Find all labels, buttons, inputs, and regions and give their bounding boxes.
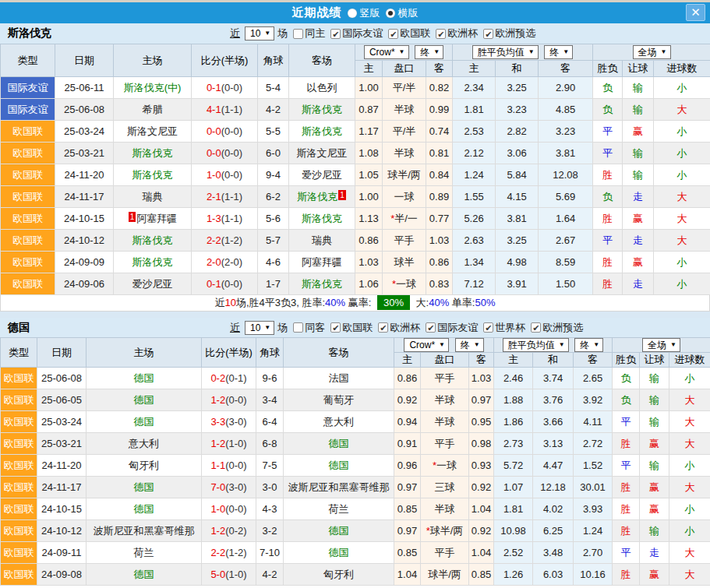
wdl-final-dropdown[interactable]: 终▼	[574, 338, 603, 352]
home-team: 希腊	[114, 99, 192, 121]
same-venue-label: 同主	[305, 26, 325, 40]
same-venue-checkbox[interactable]	[293, 29, 303, 39]
home-team: 斯洛伐克(中)	[114, 77, 192, 99]
result-value: 大	[677, 104, 687, 115]
summary-segment: 40%	[429, 297, 449, 308]
result-handicap: 输	[640, 389, 669, 411]
halftime-score: (0-0)	[221, 147, 242, 159]
competition-checkbox[interactable]	[330, 29, 341, 39]
competition-checkbox[interactable]	[330, 322, 341, 333]
match-type-cell: 欧国联	[1, 477, 37, 498]
fullmatch-header-cell: 全场▼	[613, 338, 710, 353]
away-team: 阿塞拜疆	[289, 252, 355, 273]
corner-count: 5-6	[258, 208, 289, 230]
halftime-score: (1-1)	[221, 104, 242, 115]
handicap-value: 半球	[394, 104, 415, 115]
matches-table-slovakia: 类型 日期 主场 比分(半场) 角球 客场 Crow*▼ 终▼ 胜平负均值▼ 终…	[0, 44, 710, 295]
handicap-value: 球半/两	[428, 569, 461, 580]
avg-loss: 2.70	[574, 542, 613, 564]
home-team: 德国	[87, 477, 202, 498]
result-wdl: 胜	[613, 520, 640, 542]
fulltime-score: 1-2	[210, 438, 225, 449]
avg-loss: 3.23	[539, 121, 593, 143]
odds-home: 0.85	[394, 498, 421, 520]
handicap-value: 球半/两	[430, 525, 464, 537]
summary-segment: 30%	[377, 295, 410, 310]
handicap-value: 半球	[394, 147, 415, 159]
odds-home: 0.92	[394, 389, 421, 411]
chevron-down-icon: ▼	[399, 47, 405, 58]
wdl-source-dropdown[interactable]: 胜平负均值▼	[503, 338, 569, 352]
competition-checkbox[interactable]	[483, 322, 493, 333]
result-goals: 小	[654, 273, 710, 295]
match-type-cell: 欧国联	[1, 164, 55, 186]
competition-checkbox[interactable]	[388, 29, 398, 39]
col-odds-home: 主	[394, 353, 421, 368]
match-row: 欧国联25-03-24德国3-3(3-0)6-4意大利0.94半球0.951.8…	[1, 411, 710, 433]
match-date: 24-11-17	[37, 477, 87, 498]
odds-handicap: *一球	[383, 273, 426, 295]
corner-count: 7-5	[256, 455, 284, 477]
rank-badge: 1	[129, 212, 136, 222]
competition-checkbox[interactable]	[531, 322, 541, 333]
avg-loss: 12.08	[539, 164, 593, 186]
competition-checkbox[interactable]	[426, 322, 436, 333]
competition-checkbox[interactable]	[436, 29, 446, 39]
odds-source-dropdown[interactable]: Crow*▼	[364, 45, 409, 59]
odds-source-dropdown[interactable]: Crow*▼	[404, 338, 449, 352]
result-value: 走	[633, 278, 643, 290]
fulltime-score: 2-0	[207, 256, 221, 268]
odds-final-dropdown[interactable]: 终▼	[455, 338, 484, 352]
avg-loss: 5.69	[539, 186, 593, 208]
page-title: 近期战绩	[292, 5, 342, 20]
col-score: 比分(半场)	[202, 338, 256, 368]
avg-loss: 4.11	[574, 411, 613, 433]
odds-final-dropdown[interactable]: 终▼	[415, 45, 443, 59]
corner-count: 6-2	[258, 186, 289, 208]
team-name: 德国	[134, 416, 154, 428]
col-odds-away: 客	[426, 61, 453, 77]
odds-home: 0.85	[394, 542, 421, 564]
home-team: 斯洛伐克	[114, 143, 192, 164]
match-count-dropdown[interactable]: 10▼	[245, 26, 274, 40]
odds-handicap: 平手	[421, 433, 469, 455]
match-date: 25-06-08	[37, 368, 87, 389]
section-header-germany: 德国 近10▼场同客欧国联欧洲杯国际友谊世界杯欧洲预选	[0, 318, 710, 337]
avg-draw: 3.23	[496, 99, 539, 121]
same-venue-checkbox[interactable]	[293, 322, 303, 333]
fullmatch-dropdown[interactable]: 全场▼	[642, 338, 680, 352]
competition-label: 欧洲预选	[495, 26, 535, 40]
team-name: 德国	[134, 569, 154, 580]
handicap-value: 半球	[435, 416, 455, 428]
result-value: 赢	[649, 569, 659, 580]
team-name: 斯洛伐克	[132, 169, 173, 181]
match-row: 欧国联24-09-09斯洛伐克2-0(2-0)4-6阿塞拜疆1.03球半0.86…	[1, 252, 710, 273]
result-handicap: 输	[623, 77, 654, 99]
result-wdl: 胜	[593, 273, 623, 295]
result-handicap: 赢	[640, 564, 669, 586]
layout-radio-horizontal[interactable]: 横版	[386, 6, 419, 20]
home-team: 荷兰	[87, 542, 202, 564]
fullmatch-dropdown[interactable]: 全场▼	[633, 45, 671, 59]
recent-link[interactable]: 近	[230, 26, 240, 40]
match-score: 0-0(0-0)	[192, 121, 258, 143]
competition-checkbox[interactable]	[483, 29, 493, 39]
result-wdl: 负	[593, 186, 623, 208]
wdl-source-dropdown[interactable]: 胜平负均值▼	[472, 45, 539, 59]
close-button[interactable]: ✕	[686, 4, 705, 21]
col-result-handicap: 让球	[623, 61, 654, 77]
col-odds-handicap: 盘口	[383, 61, 426, 77]
team-name: 荷兰	[329, 503, 349, 515]
competition-checkbox[interactable]	[378, 322, 388, 333]
match-count-dropdown[interactable]: 10▼	[245, 321, 274, 335]
odds-away: 0.99	[426, 99, 453, 121]
result-value: 负	[621, 372, 631, 384]
result-value: 输	[633, 104, 643, 115]
team-name: 德国	[134, 481, 154, 493]
layout-radio-vertical[interactable]: 竖版	[348, 6, 380, 20]
wdl-final-dropdown[interactable]: 终▼	[544, 45, 573, 59]
match-date: 25-03-24	[55, 121, 114, 143]
recent-link[interactable]: 近	[230, 321, 240, 335]
halftime-score: (2-0)	[221, 256, 242, 268]
result-wdl: 负	[593, 99, 623, 121]
